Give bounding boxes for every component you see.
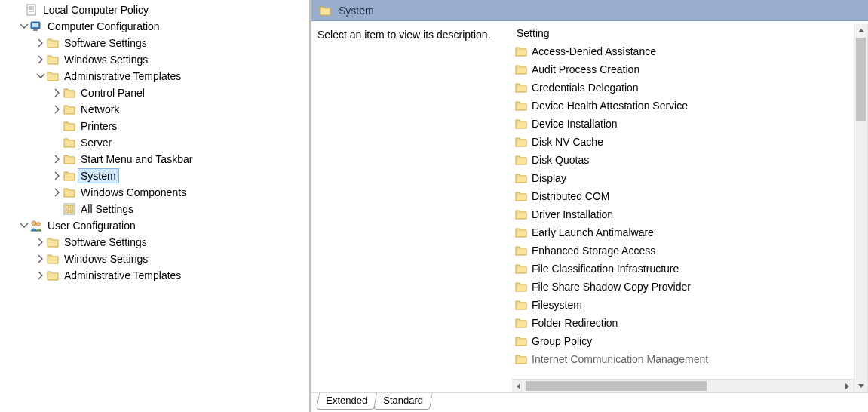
chevron-right-icon[interactable] [35,269,47,281]
tree-node-windows-components[interactable]: Windows Components [50,184,309,201]
folder-icon [515,45,527,57]
folder-icon [515,226,527,238]
tree-label: System [78,169,118,183]
list-item[interactable]: File Share Shadow Copy Provider [512,278,854,296]
folder-icon [515,190,527,202]
hscroll-track[interactable] [526,380,840,392]
tree-node-start-menu-taskbar[interactable]: Start Menu and Taskbar [50,151,309,168]
folder-icon [515,263,527,275]
chevron-right-icon[interactable] [35,54,47,66]
list-item[interactable]: Audit Process Creation [512,60,854,78]
vertical-scrollbar[interactable] [854,24,867,392]
computer-icon [30,20,42,32]
vscroll-thumb[interactable] [856,38,866,121]
folder-icon [515,244,527,257]
folder-icon [515,281,527,293]
description-text: Select an item to view its description. [317,29,491,41]
list-item-label: Access-Denied Assistance [530,45,656,57]
list-item-label: Internet Communication Management [530,353,708,365]
tree-node-server[interactable]: Server [50,134,309,151]
tree-node-user-administrative-templates[interactable]: Administrative Templates [33,267,309,284]
chevron-right-icon[interactable] [51,186,63,198]
list-item[interactable]: Access-Denied Assistance [512,42,854,60]
list-pane: Setting Access-Denied AssistanceAudit Pr… [512,24,868,392]
list-item-label: Credentials Delegation [530,81,639,94]
tree-node-administrative-templates[interactable]: Administrative Templates [33,68,309,85]
list-item[interactable]: Enhanced Storage Access [512,241,854,260]
column-header-label: Setting [517,27,550,39]
tabstrip: Extended Standard [311,392,868,412]
tree-node-computer-configuration[interactable]: Computer Configuration [17,18,309,35]
list-item[interactable]: Group Policy [512,332,854,350]
tree-label: Network [78,103,121,116]
list-item-label: Display [530,172,566,184]
list-item[interactable]: Filesystem [512,296,854,314]
scroll-down-icon[interactable] [854,379,867,392]
list-item[interactable]: Internet Communication Management [512,350,854,368]
all-settings-icon [63,203,75,215]
chevron-down-icon[interactable] [18,20,30,32]
horizontal-scrollbar[interactable] [512,379,854,392]
item-header: System [311,0,868,21]
list-item[interactable]: Display [512,169,854,187]
list-item-label: Device Installation [530,118,618,130]
chevron-right-icon[interactable] [35,236,47,248]
scroll-right-icon[interactable] [840,380,854,393]
tree-node-local-computer-policy[interactable]: Local Computer Policy [0,2,309,18]
tree-node-system[interactable]: System [50,168,309,184]
tree-node-user-software-settings[interactable]: Software Settings [33,234,309,251]
chevron-right-icon[interactable] [35,37,47,49]
scroll-up-icon[interactable] [854,24,867,38]
tree-root: Local Computer Policy Computer Configura… [0,2,309,284]
list-item[interactable]: Device Health Attestation Service [512,97,854,115]
chevron-right-icon[interactable] [51,153,63,165]
tab-extended[interactable]: Extended [316,393,377,410]
folder-icon [515,154,527,166]
tab-standard[interactable]: Standard [373,393,433,410]
folder-icon [319,5,331,17]
chevron-right-icon[interactable] [35,253,47,265]
list-item[interactable]: Credentials Delegation [512,78,854,97]
list-item-label: Group Policy [530,335,592,347]
list-item-label: Enhanced Storage Access [530,244,655,257]
list-item[interactable]: Driver Installation [512,205,854,223]
chevron-down-icon[interactable] [35,70,47,82]
column-header-setting[interactable]: Setting [512,24,854,42]
policy-doc-icon [26,4,38,16]
tree-node-control-panel[interactable]: Control Panel [50,85,309,101]
tree-node-windows-settings[interactable]: Windows Settings [33,51,309,68]
tree-node-network[interactable]: Network [50,101,309,118]
scroll-left-icon[interactable] [512,380,526,393]
hscroll-thumb[interactable] [526,381,707,391]
chevron-right-icon[interactable] [51,87,63,99]
folder-icon [515,317,527,329]
chevron-down-icon[interactable] [18,220,30,232]
folder-icon [515,100,527,112]
list-item-label: Device Health Attestation Service [530,100,688,112]
chevron-right-icon[interactable] [51,170,63,182]
list-item-label: Disk Quotas [530,154,589,166]
list-item[interactable]: File Classification Infrastructure [512,260,854,278]
list-item[interactable]: Device Installation [512,115,854,133]
folder-icon [515,208,527,220]
tree-label: Administrative Templates [62,269,183,282]
tree-node-printers[interactable]: Printers [50,118,309,134]
list-item[interactable]: Early Launch Antimalware [512,223,854,241]
list-item[interactable]: Folder Redirection [512,314,854,332]
tree-node-software-settings[interactable]: Software Settings [33,35,309,51]
tree-node-user-configuration[interactable]: User Configuration [17,217,309,234]
tree-label: Printers [78,119,119,133]
tree-label: Local Computer Policy [41,3,151,17]
folder-icon [63,103,75,115]
list-item[interactable]: Disk NV Cache [512,133,854,151]
tree-node-all-settings[interactable]: All Settings [50,201,309,217]
tree-label: Start Menu and Taskbar [78,152,195,166]
list-item[interactable]: Disk Quotas [512,151,854,169]
tree-node-user-windows-settings[interactable]: Windows Settings [33,251,309,267]
chevron-right-icon[interactable] [51,103,63,115]
folder-icon [47,253,59,265]
tree-label: Software Settings [62,235,149,249]
list-item[interactable]: Distributed COM [512,187,854,205]
tree-label: All Settings [78,202,136,216]
header-title: System [339,5,374,17]
